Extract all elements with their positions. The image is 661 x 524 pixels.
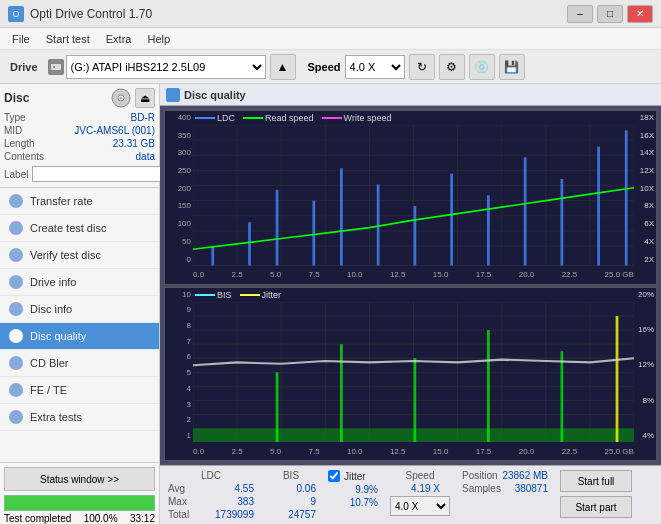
- contents-value: data: [136, 151, 155, 162]
- jitter-checkbox[interactable]: [328, 470, 340, 482]
- sidebar-item-verify-test-disc[interactable]: Verify test disc: [0, 242, 159, 269]
- svg-rect-27: [248, 222, 251, 265]
- sidebar-item-disc-quality[interactable]: Disc quality: [0, 323, 159, 350]
- stats-bis-header: BIS: [266, 470, 316, 481]
- content-header: Disc quality: [160, 84, 661, 106]
- content-title: Disc quality: [184, 89, 246, 101]
- chart2-y-left: 10 9 8 7 6 5 4 3 2 1: [165, 288, 193, 443]
- svg-rect-63: [340, 344, 343, 442]
- stats-speed: Speed 4.19 X 4.0 X: [390, 470, 450, 516]
- menu-start-test[interactable]: Start test: [38, 31, 98, 47]
- svg-rect-1: [53, 66, 55, 68]
- svg-rect-0: [51, 64, 61, 70]
- sidebar-item-drive-info[interactable]: Drive info: [0, 269, 159, 296]
- ldc-dot: [195, 117, 215, 119]
- toolbar: Drive (G:) ATAPI iHBS212 2.5L09 ▲ Speed …: [0, 50, 661, 84]
- chart2-svg: [193, 302, 634, 443]
- start-full-button[interactable]: Start full: [560, 470, 632, 492]
- ldc-legend-ldc: LDC: [195, 113, 235, 123]
- svg-rect-62: [276, 372, 279, 442]
- bis-legend: BIS Jitter: [195, 290, 281, 300]
- chart2-x-axis: 0.0 2.5 5.0 7.5 10.0 12.5 15.0 17.5 20.0…: [193, 442, 634, 460]
- stats-bis-total: 24757: [266, 509, 316, 520]
- nav-label-drive-info: Drive info: [30, 276, 76, 288]
- start-part-button[interactable]: Start part: [560, 496, 632, 518]
- sidebar-item-cd-bler[interactable]: CD Bler: [0, 350, 159, 377]
- refresh-button[interactable]: ↻: [409, 54, 435, 80]
- drive-select[interactable]: (G:) ATAPI iHBS212 2.5L09: [66, 55, 266, 79]
- sidebar-nav: Transfer rate Create test disc Verify te…: [0, 188, 159, 462]
- sidebar-item-transfer-rate[interactable]: Transfer rate: [0, 188, 159, 215]
- maximize-button[interactable]: □: [597, 5, 623, 23]
- chart1-y-right: 18X 16X 14X 12X 10X 8X 6X 4X 2X: [634, 111, 656, 266]
- disc-panel-title: Disc: [4, 91, 29, 105]
- app-icon: O: [8, 6, 24, 22]
- mid-label: MID: [4, 125, 22, 136]
- sidebar-item-fe-te[interactable]: FE / TE: [0, 377, 159, 404]
- action-buttons: Start full Start part: [560, 470, 632, 518]
- stats-avg-label: Avg: [168, 483, 200, 494]
- label-input[interactable]: [32, 166, 161, 182]
- media-button[interactable]: 💿: [469, 54, 495, 80]
- svg-rect-38: [625, 130, 628, 265]
- svg-rect-26: [211, 246, 214, 265]
- stats-speed-header: Speed: [390, 470, 450, 481]
- stats-speed-value: 4.19 X: [390, 483, 440, 494]
- content-header-icon: [166, 88, 180, 102]
- stats-max-label-ldc: Max: [168, 496, 200, 507]
- bis-dot: [195, 294, 215, 296]
- stats-jitter-avg: 9.9%: [328, 484, 378, 495]
- progress-percent: 100.0%: [84, 513, 118, 524]
- settings-button[interactable]: ⚙: [439, 54, 465, 80]
- chart2-y-right: 20% 16% 12% 8% 4%: [634, 288, 656, 443]
- ldc-legend-read: Read speed: [243, 113, 314, 123]
- minimize-button[interactable]: –: [567, 5, 593, 23]
- svg-rect-31: [377, 184, 380, 265]
- sidebar-item-create-test-disc[interactable]: Create test disc: [0, 215, 159, 242]
- svg-rect-32: [414, 206, 417, 265]
- stats-bis: BIS 0.06 9 24757: [266, 470, 316, 520]
- chart1-plot: [193, 125, 634, 266]
- type-label: Type: [4, 112, 26, 123]
- stats-speed-select[interactable]: 4.0 X: [390, 496, 450, 516]
- nav-label-fe-te: FE / TE: [30, 384, 67, 396]
- progress-bar-fill: [5, 496, 154, 510]
- bis-legend-bis-label: BIS: [217, 290, 232, 300]
- disc-eject-btn[interactable]: ⏏: [135, 88, 155, 108]
- nav-label-transfer-rate: Transfer rate: [30, 195, 93, 207]
- chart1-svg: [193, 125, 634, 266]
- menu-help[interactable]: Help: [139, 31, 178, 47]
- ldc-legend: LDC Read speed Write speed: [195, 113, 391, 123]
- eject-button[interactable]: ▲: [270, 54, 296, 80]
- status-window-btn[interactable]: Status window >>: [4, 467, 155, 491]
- mid-value: JVC-AMS6L (001): [74, 125, 155, 136]
- nav-label-disc-quality: Disc quality: [30, 330, 86, 342]
- progress-bar-container: [4, 495, 155, 511]
- app-title: Opti Drive Control 1.70: [30, 7, 152, 21]
- svg-rect-66: [561, 351, 564, 442]
- window-controls: – □ ✕: [567, 5, 653, 23]
- stats-samples-value: 380871: [498, 483, 548, 494]
- write-dot: [322, 117, 342, 119]
- sidebar-item-disc-info[interactable]: Disc info: [0, 296, 159, 323]
- menu-extra[interactable]: Extra: [98, 31, 140, 47]
- sidebar-item-extra-tests[interactable]: Extra tests: [0, 404, 159, 431]
- type-value: BD-R: [131, 112, 155, 123]
- stats-ldc-max: 383: [204, 496, 254, 507]
- bis-chart: BIS Jitter 10 9 8 7 6 5 4 3: [164, 287, 657, 462]
- charts-area: LDC Read speed Write speed 400 350 300: [160, 106, 661, 465]
- svg-rect-34: [487, 195, 490, 265]
- drive-label: Drive: [4, 61, 44, 73]
- app-icon-letter: O: [12, 9, 19, 19]
- stats-bis-max: 9: [266, 496, 316, 507]
- speed-select[interactable]: 4.0 X: [345, 55, 405, 79]
- nav-label-disc-info: Disc info: [30, 303, 72, 315]
- stats-ldc-header: LDC: [168, 470, 254, 481]
- close-button[interactable]: ✕: [627, 5, 653, 23]
- svg-rect-65: [487, 330, 490, 442]
- menu-file[interactable]: File: [4, 31, 38, 47]
- status-section: Status window >> Test completed 100.0% 3…: [0, 462, 159, 524]
- stats-samples-label: Samples: [462, 483, 494, 494]
- save-button[interactable]: 💾: [499, 54, 525, 80]
- elapsed-time: 33:12: [130, 513, 155, 524]
